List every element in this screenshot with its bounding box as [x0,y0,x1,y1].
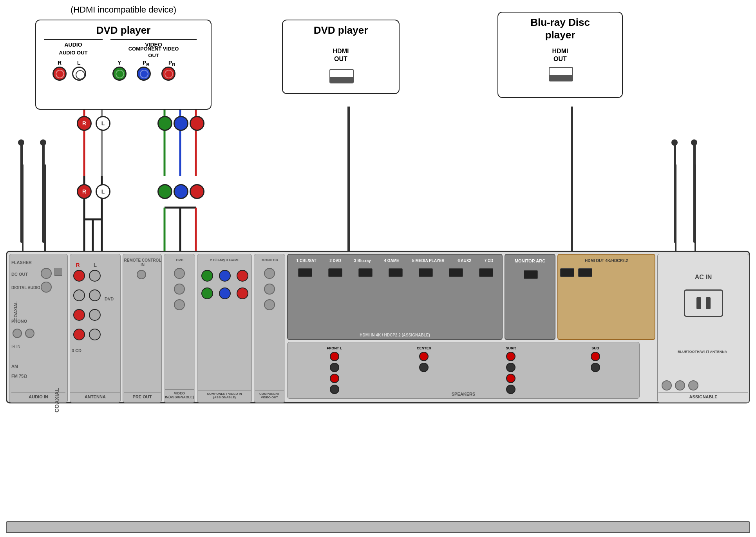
hdmi-input-7: 7 CD [484,259,493,263]
dvd-port-label: DVD [105,297,114,301]
power-socket [684,289,723,317]
phono-port-2 [25,329,34,338]
antenna-right-2-ball [691,139,697,146]
receiver-port-cd [73,289,85,301]
comp-video-in-title: 2 Blu-ray 3 GAME [198,258,251,262]
comp-in-red-2 [237,287,248,299]
cable-y-bottom [157,184,172,199]
hdmi-port-3 [358,268,373,277]
pre-out-bottom-label: PRE OUT [124,392,161,399]
hdmi-port-6 [449,268,463,277]
cable-pr-top [190,116,204,131]
component-y-connector [112,67,127,81]
audio-out-label: AUDIO OUT [44,50,103,56]
remote-port [137,270,146,279]
receiver-main: FLASHER DC OUT DIGITAL AUDIO IN COAXIAL … [6,251,750,403]
component-pb-connector [137,67,151,81]
comp-in-blue-2 [219,287,231,299]
fm-label: FM 75Ω [11,374,27,378]
speaker-group-2: CENTER [417,346,431,394]
hdmi-ports-row [290,268,501,277]
hdmi-input-3: 3 Blu-ray [354,259,371,263]
digital-audio-in-label: DIGITAL AUDIO IN [11,286,45,290]
dvd-incompatible-box: DVD player AUDIO VIDEO AUDIO OUT COMPONE… [35,20,212,110]
comp-out-port-2 [264,284,275,295]
hdmi-out-label: HDMI OUT 4K/HDCP2.2 [558,259,655,263]
receiver-r-port-3 [73,329,85,340]
hdmi-in-section: 1 CBL/SAT 2 DVD 3 Blu-ray 4 GAME 5 MEDIA… [287,254,503,340]
dvd-incompatible-label-above: (HDMI incompatible device) [35,5,212,15]
dvd-incompatible-title: DVD player [36,24,211,36]
cable-pb-bottom [174,184,188,199]
monitor-arc-port [524,270,538,279]
antenna-right-1 [674,141,676,243]
audio-section-label: AUDIO [44,39,103,48]
assignable-bottom-label: ASSIGNABLE [658,392,748,399]
assignable-ports [662,380,698,391]
monitor-arc-label: MONITOR ARC [505,259,555,263]
hdmi-out-port-2 [578,268,592,277]
cable-audio-l-top: L [96,116,110,131]
comp-in-green-1 [201,270,213,282]
speakers-section: FRONT L CENTER SURR [287,342,640,399]
hdmi-out-port-1 [560,268,574,277]
video-in-port-1 [174,268,185,279]
antenna-left-1-ball [18,139,24,146]
dvd-hdmi-title: DVD player [283,24,399,36]
hdmi-out-ports [560,268,592,277]
comp-out-port-1 [264,268,275,279]
hdmi-port-2 [328,268,342,277]
comp-video-out-panel: MONITOR COMPONENT VIDEO OUT [254,254,285,403]
bottom-bar [6,521,750,533]
video-in-port-3 [174,299,185,310]
hdmi-port-1 [298,268,312,277]
flasher-label: FLASHER [11,260,32,265]
audio-r-connector [52,67,67,81]
hdmi-port-7 [479,268,493,277]
component-pr-connector [161,67,175,81]
diagram-container: (HDMI incompatible device) DVD player AU… [0,0,756,537]
video-in-panel: DVD VIDEO IN(ASSIGNABLE) [164,254,195,403]
pre-out-panel: REMOTE CONTROL IN PRE OUT [123,254,162,403]
phono-label: PHONO [11,319,27,324]
ac-in-label: AC IN [658,274,749,281]
speaker-group-1: FRONT L [327,346,342,394]
receiver-r-port-1 [73,270,85,282]
cable-audio-r-bottom: R [77,184,92,199]
dc-out-label: DC OUT [11,272,28,277]
hdmi-input-1: 1 CBL/SAT [297,259,317,263]
comp-in-blue-1 [219,270,231,282]
comp-in-bottom-label: COMPONENT VIDEO IN (ASSIGNABLE) [198,390,251,399]
dvd-hdmi-label: HDMI [283,48,399,55]
bluray-hdmi-out-label: OUT [498,56,622,63]
speaker-group-4: SUB [591,346,600,394]
audio-l-connector [72,67,86,81]
receiver-l-port-3 [89,329,101,340]
video-in-bottom-label: VIDEO IN(ASSIGNABLE) [165,389,194,399]
cable-y-top [157,116,172,131]
hdmi-input-6: 6 AUX2 [458,259,471,263]
hdmi-input-5: 5 MEDIA PLAYER [412,259,445,263]
cable-audio-r-top: R [77,116,92,131]
antenna-right-1-ball [671,139,678,146]
hdmi-input-2: 2 DVD [329,259,341,263]
port-rect-1 [54,268,62,276]
pr-label: PR [168,60,175,67]
coaxial-label: COAXIAL [13,301,18,321]
component-video-out-label: OUT [110,52,197,58]
port-circle-2 [41,282,52,293]
dvd-hdmi-box: DVD player HDMI OUT [282,20,400,94]
dvd-hdmi-out-label: OUT [283,56,399,63]
ir-in-label: IR IN [11,344,20,349]
receiver-l-port-1 [89,270,101,282]
comp-in-red-1 [237,270,248,282]
antenna-left-2 [42,141,45,243]
comp-out-port-3 [264,299,275,310]
antenna-left-2-ball [40,139,46,146]
monitor-arc-section: MONITOR ARC [505,254,555,340]
bluray-title: Blu-ray Disc [498,16,622,29]
cable-audio-l-bottom: L [96,184,110,199]
hdmi-port-4 [389,268,403,277]
l-label: L [77,60,81,66]
receiver-r-port-2 [73,309,85,321]
